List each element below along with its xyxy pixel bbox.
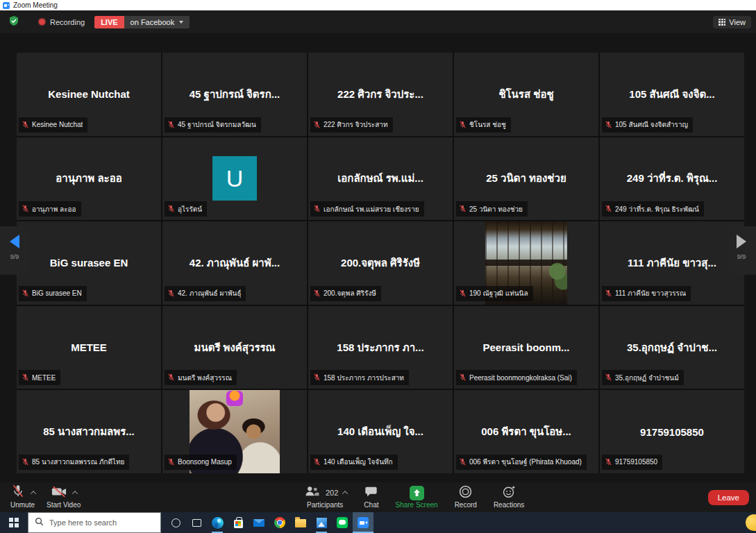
participant-name-tag: ชิโนรส ช่อชู	[456, 117, 511, 133]
muted-mic-icon	[167, 456, 175, 468]
participant-name-tag: มนตรี พงค์สุวรรณ	[165, 370, 237, 385]
prev-page-button[interactable]: 9/9	[0, 226, 29, 275]
participant-name-tag-text: 91759105850	[615, 458, 657, 466]
chrome-icon[interactable]	[269, 512, 290, 533]
participant-tile[interactable]: 222 ศิวกร จิวประ... 222 ศิวกร จิวประสาท	[308, 53, 453, 136]
muted-mic-icon	[167, 203, 175, 215]
share-screen-button[interactable]: Share Screen	[395, 485, 437, 509]
muted-mic-icon	[313, 371, 321, 384]
live-badge: LIVE	[94, 16, 124, 28]
participant-tile[interactable]: 249 ว่าที่ร.ต. พิรุณ... 249 ว่าที่ร.ต. พ…	[600, 137, 744, 221]
participant-tile[interactable]: 35.อุกฤษฏ์ จำปาช... 35.อุกฤษฏ์ จำปาชนม์	[600, 306, 744, 389]
leave-button[interactable]: Leave	[708, 490, 749, 505]
muted-mic-icon	[459, 456, 467, 468]
participant-name-tag: 158 ประภากร ภารประสาท	[310, 370, 409, 385]
participant-tile[interactable]: มนตรี พงค์สุวรรณ มนตรี พงค์สุวรรณ	[162, 306, 307, 389]
participant-tile[interactable]: 140 เดือนเพ็ญ ใจ... 140 เดือนเพ็ญ ใจจันท…	[308, 390, 453, 473]
participant-tile[interactable]: 85 นางสาวกมลพร... 85 นางสาวกมลพรรณ ภักดี…	[17, 390, 161, 473]
participant-name-tag-text: 45 ฐาปกรณ์ จิตรกมลวัฒน	[178, 119, 256, 130]
live-destination-button[interactable]: on Facebook	[124, 16, 190, 28]
muted-mic-icon	[10, 484, 26, 502]
participant-tile[interactable]: 91759105850 91759105850	[600, 390, 744, 473]
file-explorer-icon[interactable]	[290, 512, 311, 533]
view-button[interactable]: View	[713, 16, 751, 28]
participant-name-tag-text: มนตรี พงค์สุวรรณ	[178, 373, 232, 383]
participant-tile[interactable]: 006 พีรตา ขุนโอษ... 006 พีรตา ขุนโอษฐ์ (…	[454, 390, 598, 473]
file-explorer-glyph	[295, 519, 306, 527]
muted-mic-icon	[313, 119, 321, 131]
recording-dot-icon	[39, 19, 45, 25]
participant-name-tag: อุไรรัตน์	[165, 201, 207, 217]
muted-mic-icon	[605, 287, 612, 300]
participant-tile[interactable]: Kesinee Nutchat Kesinee Nutchat	[17, 53, 161, 136]
cortana-icon[interactable]	[165, 512, 186, 533]
zoom-icon[interactable]	[353, 512, 373, 533]
live-stream-control[interactable]: LIVE on Facebook	[94, 16, 190, 28]
participant-tile[interactable]: ชิโนรส ช่อชู ชิโนรส ช่อชู	[454, 53, 598, 136]
participant-avatar: U	[212, 156, 257, 201]
participant-tile[interactable]: 158 ประภากร ภา... 158 ประภากร ภารประสาท	[308, 306, 453, 389]
share-screen-icon	[410, 486, 424, 500]
participant-tile[interactable]: 45 ฐาปกรณ์ จิตรก... 45 ฐาปกรณ์ จิตรกมลวั…	[162, 53, 307, 136]
participants-count: 202	[326, 489, 338, 497]
store-icon[interactable]	[228, 512, 249, 533]
taskbar-search[interactable]	[28, 512, 161, 533]
chat-button[interactable]: Chat	[364, 485, 378, 509]
muted-mic-icon	[313, 203, 321, 215]
next-page-button[interactable]: 9/9	[727, 226, 756, 275]
muted-mic-icon	[22, 119, 29, 131]
participant-name-tag-text: METEE	[32, 374, 56, 382]
task-view-icon[interactable]	[186, 512, 207, 533]
participant-tile[interactable]: U อุไรรัตน์	[162, 137, 307, 221]
participant-tile[interactable]: 25 วนิดา ทองช่วย 25 วนิดา ทองช่วย	[454, 137, 598, 221]
cortana-glyph	[171, 518, 180, 527]
chevron-up-icon[interactable]	[72, 491, 78, 496]
muted-mic-icon	[22, 203, 29, 215]
participant-tile[interactable]: METEE METEE	[17, 306, 161, 389]
mail-icon[interactable]	[249, 512, 269, 533]
participant-tile[interactable]: อานุภาพ ละออ อานุภาพ ละออ	[17, 137, 161, 221]
window-titlebar: Zoom Meeting	[0, 0, 756, 10]
line-icon[interactable]	[332, 512, 353, 533]
participant-tile[interactable]: Peerasit boonm... Peerasit boonmongkolra…	[454, 306, 598, 389]
participant-tile[interactable]: 111 ภาคีนัย ขาวสุ... 111 ภาคีนัย ขาวสุวร…	[600, 221, 744, 305]
edge-glyph	[212, 517, 224, 529]
reactions-button[interactable]: Reactions	[494, 485, 524, 509]
participant-tile[interactable]: เอกลักษณ์ รพ.แม่... เอกลักษณ์ รพ.แม่สรวย…	[308, 137, 453, 221]
participant-tile[interactable]: 105 สันศณี จงจิต... 105 สันศณี จงจิตสำรา…	[600, 53, 744, 136]
participant-tile[interactable]: Boonsong Masup	[162, 390, 307, 473]
chrome-glyph	[274, 517, 285, 528]
participant-name-tag-text: 200.จตุพล ศิริรังษี	[324, 288, 376, 298]
participant-name-tag-text: Peerasit boonmongkolraksa (Sai)	[469, 374, 572, 382]
muted-mic-icon	[605, 456, 612, 468]
page-indicator: 9/9	[727, 253, 756, 260]
next-arrow-icon	[737, 235, 746, 248]
participant-name-tag-text: ชิโนรส ช่อชู	[469, 119, 506, 130]
participants-label: Participants	[307, 501, 343, 509]
start-button[interactable]	[0, 512, 28, 533]
start-video-button[interactable]: Start Video	[47, 485, 81, 509]
chevron-up-icon[interactable]	[342, 491, 348, 496]
participants-button[interactable]: 202 Participants	[303, 485, 347, 509]
page-indicator: 9/9	[0, 253, 29, 260]
windows-taskbar	[0, 512, 756, 533]
participant-tile[interactable]: 42. ภาณุพันธ์ ผาพั... 42. ภาณุพันธ์ ผาพั…	[162, 221, 307, 305]
participant-name-tag: 25 วนิดา ทองช่วย	[456, 201, 528, 217]
participant-tile[interactable]: BiG surasee EN BiG surasee EN	[17, 221, 161, 305]
record-button[interactable]: Record	[455, 485, 477, 509]
participant-tile[interactable]: 200.จตุพล ศิริรังษี 200.จตุพล ศิริรังษี	[308, 221, 453, 305]
recording-label: Recording	[50, 18, 85, 26]
security-shield-icon[interactable]	[8, 15, 19, 29]
chevron-up-icon[interactable]	[31, 491, 36, 496]
search-input[interactable]	[49, 518, 146, 527]
chevron-down-icon	[179, 21, 183, 24]
muted-mic-icon	[459, 119, 467, 131]
photos-icon[interactable]	[311, 512, 332, 533]
participant-tile[interactable]: 190 ณัฐวุฒิ แท่นนิล	[454, 221, 598, 305]
edge-icon[interactable]	[207, 512, 228, 533]
window-title: Zoom Meeting	[13, 1, 58, 9]
participant-name-tag-text: 35.อุกฤษฏ์ จำปาชนม์	[615, 373, 679, 383]
unmute-button[interactable]: Unmute	[10, 485, 35, 509]
reactions-label: Reactions	[494, 501, 524, 509]
start-video-label: Start Video	[47, 501, 81, 509]
